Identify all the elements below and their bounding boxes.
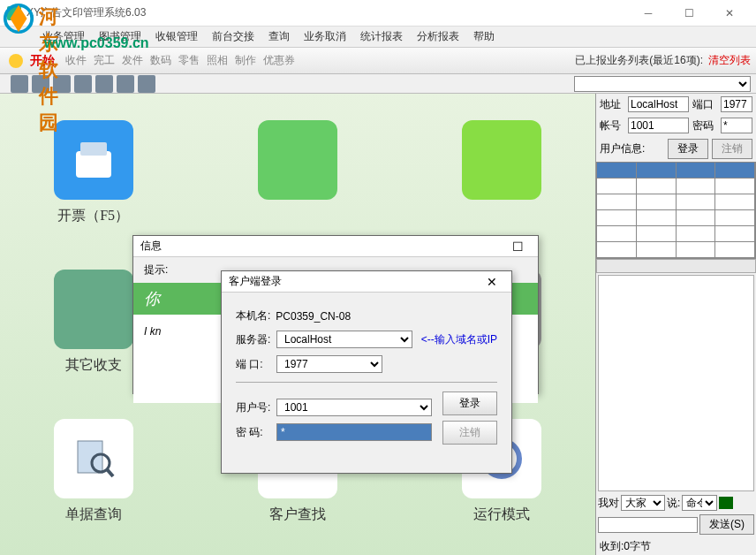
- login-dialog: 客户端登录✕ 本机名:PC0359_CN-08 服务器:LocalHost<--…: [221, 270, 512, 474]
- server-combo[interactable]: LocalHost: [276, 331, 412, 348]
- me-to-label: 我对: [598, 496, 619, 511]
- icon-label: 运行模式: [473, 506, 530, 524]
- close-button[interactable]: ✕: [710, 1, 749, 26]
- machine-label: 本机名:: [236, 308, 270, 323]
- toolbar-icon[interactable]: [32, 75, 49, 93]
- tool-coupon[interactable]: 优惠券: [263, 53, 295, 68]
- maximize-button[interactable]: ☐: [669, 1, 708, 26]
- toolbar-icon[interactable]: [95, 75, 113, 93]
- menu-query[interactable]: 查询: [261, 27, 297, 47]
- report-label: 已上报业务列表(最近16项):: [575, 53, 703, 68]
- tool-icon-row: [11, 75, 155, 93]
- app-icon-bill-query[interactable]: 单据查询: [26, 419, 160, 524]
- info-body-text: I kn: [144, 325, 161, 338]
- recv-label: 收到:0字节: [600, 539, 651, 554]
- report-dropdown[interactable]: [574, 76, 751, 92]
- main-area: 开票（F5） 其它收支 单据查询 客户查找 运行模式 信息☐ 提示: 你 I k…: [0, 94, 595, 555]
- tool-digital[interactable]: 数码: [150, 53, 171, 68]
- login-button[interactable]: 登录: [442, 392, 497, 415]
- menu-book[interactable]: 图书管理: [92, 27, 148, 47]
- toolbar-icon[interactable]: [11, 75, 28, 93]
- app-icon-2[interactable]: [231, 120, 364, 225]
- side-panel: 地址 端口 帐号 密码 用户信息: 登录 注销 我对: [595, 94, 756, 555]
- login-dialog-title: 客户端登录: [229, 274, 282, 289]
- info-close-button[interactable]: ☐: [505, 239, 531, 254]
- tool-done[interactable]: 完工: [94, 53, 115, 68]
- svg-rect-2: [80, 142, 107, 156]
- color-swatch[interactable]: [719, 497, 733, 509]
- titlebar: XY广告文印管理系统6.03 ─ ☐ ✕: [0, 0, 756, 27]
- toolbar-icon[interactable]: [74, 75, 92, 93]
- menubar: 业务管理 图书管理 收银管理 前台交接 查询 业务取消 统计报表 分析报表 帮助: [0, 27, 756, 48]
- menu-cancel[interactable]: 业务取消: [297, 27, 353, 47]
- chat-input[interactable]: [598, 517, 698, 533]
- machine-name: PC0359_CN-08: [276, 310, 351, 323]
- tool-photo[interactable]: 照相: [207, 53, 228, 68]
- addr-label: 地址: [600, 97, 624, 112]
- pwd-label: 密码: [692, 118, 717, 133]
- menu-cash[interactable]: 收银管理: [148, 27, 205, 47]
- svg-rect-3: [78, 441, 102, 473]
- chat-target-select[interactable]: 大家: [621, 495, 665, 511]
- port-label: 端 口:: [236, 357, 271, 372]
- user-label: 用户号:: [236, 400, 271, 415]
- menu-help[interactable]: 帮助: [466, 27, 502, 47]
- tool-send[interactable]: 发件: [122, 53, 143, 68]
- password-input[interactable]: [276, 423, 432, 441]
- info-dialog-title: 信息: [140, 239, 162, 254]
- window-title: XY广告文印管理系统6.03: [26, 5, 629, 20]
- user-combo[interactable]: 1001: [276, 399, 432, 416]
- icon-label: 其它收支: [65, 356, 122, 375]
- user-info-label: 用户信息:: [600, 141, 645, 156]
- tool-retail[interactable]: 零售: [178, 53, 200, 68]
- acct-label: 帐号: [600, 118, 624, 133]
- toolbar-icon[interactable]: [53, 75, 71, 93]
- port-input[interactable]: [721, 96, 752, 112]
- pwd-label: 密 码:: [236, 425, 271, 440]
- menu-stats[interactable]: 统计报表: [353, 27, 410, 47]
- clear-list-button[interactable]: 清空列表: [708, 53, 751, 68]
- app-icon-3[interactable]: [435, 120, 569, 225]
- menu-business[interactable]: 业务管理: [35, 27, 92, 47]
- user-grid[interactable]: [596, 162, 756, 259]
- side-logout-button[interactable]: 注销: [712, 139, 752, 159]
- icon-label: 开票（F5）: [57, 207, 129, 225]
- start-icon: [9, 54, 23, 68]
- side-login-button[interactable]: 登录: [668, 139, 708, 159]
- acct-input[interactable]: [628, 118, 689, 133]
- window-controls: ─ ☐ ✕: [629, 1, 749, 26]
- menu-front[interactable]: 前台交接: [205, 27, 261, 47]
- chat-log: [598, 275, 754, 491]
- start-label[interactable]: 开始: [30, 53, 55, 69]
- tool-make[interactable]: 制作: [235, 53, 256, 68]
- toolbar: 开始 收件 完工 发件 数码 零售 照相 制作 优惠券 已上报业务列表(最近16…: [0, 48, 756, 74]
- app-icon: [7, 6, 21, 20]
- logout-button[interactable]: 注销: [442, 421, 497, 445]
- svg-line-5: [107, 469, 113, 476]
- chat-cmd-select[interactable]: 命令: [682, 495, 717, 511]
- toolbar-icon[interactable]: [138, 75, 155, 93]
- app-icon-invoice[interactable]: 开票（F5）: [26, 120, 160, 225]
- port-label: 端口: [692, 97, 717, 112]
- port-combo[interactable]: 1977: [276, 355, 382, 373]
- addr-input[interactable]: [628, 96, 689, 112]
- send-button[interactable]: 发送(S): [699, 514, 754, 535]
- server-hint: <--输入域名或IP: [421, 332, 497, 347]
- say-label: 说:: [667, 496, 680, 511]
- minimize-button[interactable]: ─: [629, 1, 668, 26]
- toolbar-icon[interactable]: [117, 75, 134, 93]
- server-label: 服务器:: [236, 332, 271, 347]
- pwd-input[interactable]: [721, 118, 752, 133]
- icon-label: 客户查找: [269, 506, 326, 524]
- menu-analysis[interactable]: 分析报表: [410, 27, 466, 47]
- tool-recv[interactable]: 收件: [65, 53, 87, 68]
- login-close-button[interactable]: ✕: [480, 275, 504, 289]
- grid-scrollbar[interactable]: [596, 259, 756, 273]
- icon-label: 单据查询: [65, 506, 122, 524]
- info-hint: 提示:: [144, 263, 168, 276]
